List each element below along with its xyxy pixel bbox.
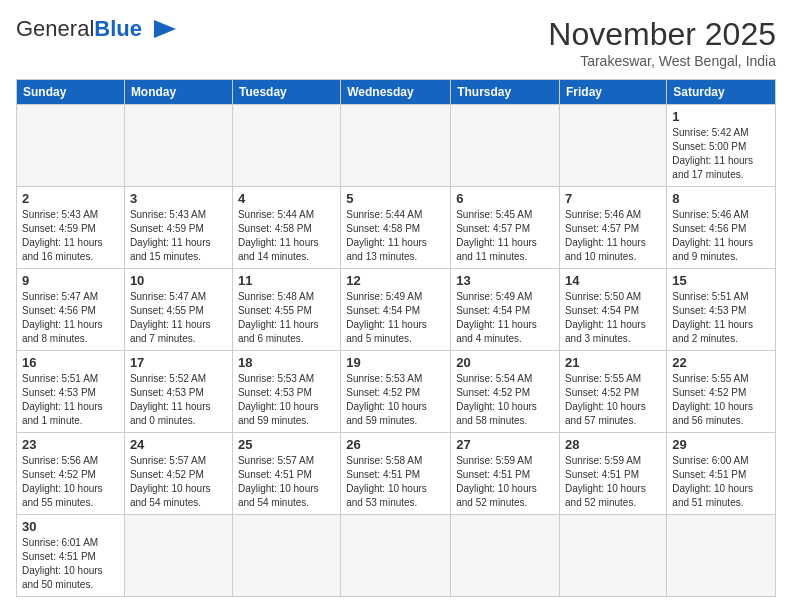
day-number: 13	[456, 273, 554, 288]
day-number: 12	[346, 273, 445, 288]
logo: General Blue	[16, 16, 178, 42]
day-info: Sunrise: 5:51 AM Sunset: 4:53 PM Dayligh…	[22, 372, 119, 428]
day-number: 27	[456, 437, 554, 452]
calendar-cell	[232, 105, 340, 187]
day-info: Sunrise: 5:46 AM Sunset: 4:56 PM Dayligh…	[672, 208, 770, 264]
day-number: 10	[130, 273, 227, 288]
day-header-friday: Friday	[560, 80, 667, 105]
day-header-monday: Monday	[124, 80, 232, 105]
logo-general-text: General	[16, 16, 94, 42]
day-number: 26	[346, 437, 445, 452]
calendar-header: SundayMondayTuesdayWednesdayThursdayFrid…	[17, 80, 776, 105]
day-number: 22	[672, 355, 770, 370]
day-info: Sunrise: 5:47 AM Sunset: 4:55 PM Dayligh…	[130, 290, 227, 346]
calendar-cell	[560, 105, 667, 187]
calendar-cell	[341, 105, 451, 187]
calendar-cell	[17, 105, 125, 187]
day-info: Sunrise: 5:49 AM Sunset: 4:54 PM Dayligh…	[346, 290, 445, 346]
logo-blue-text: Blue	[94, 16, 142, 42]
calendar-cell: 22Sunrise: 5:55 AM Sunset: 4:52 PM Dayli…	[667, 351, 776, 433]
calendar-cell: 20Sunrise: 5:54 AM Sunset: 4:52 PM Dayli…	[451, 351, 560, 433]
day-number: 25	[238, 437, 335, 452]
svg-marker-0	[154, 20, 176, 38]
day-header-saturday: Saturday	[667, 80, 776, 105]
calendar-cell: 24Sunrise: 5:57 AM Sunset: 4:52 PM Dayli…	[124, 433, 232, 515]
day-info: Sunrise: 5:54 AM Sunset: 4:52 PM Dayligh…	[456, 372, 554, 428]
day-number: 30	[22, 519, 119, 534]
day-header-sunday: Sunday	[17, 80, 125, 105]
calendar-cell: 6Sunrise: 5:45 AM Sunset: 4:57 PM Daylig…	[451, 187, 560, 269]
calendar-cell: 1Sunrise: 5:42 AM Sunset: 5:00 PM Daylig…	[667, 105, 776, 187]
day-info: Sunrise: 5:57 AM Sunset: 4:52 PM Dayligh…	[130, 454, 227, 510]
location-subtitle: Tarakeswar, West Bengal, India	[548, 53, 776, 69]
day-info: Sunrise: 5:53 AM Sunset: 4:52 PM Dayligh…	[346, 372, 445, 428]
calendar-cell	[560, 515, 667, 597]
calendar-cell: 30Sunrise: 6:01 AM Sunset: 4:51 PM Dayli…	[17, 515, 125, 597]
day-number: 18	[238, 355, 335, 370]
day-number: 19	[346, 355, 445, 370]
day-info: Sunrise: 5:48 AM Sunset: 4:55 PM Dayligh…	[238, 290, 335, 346]
calendar-cell: 5Sunrise: 5:44 AM Sunset: 4:58 PM Daylig…	[341, 187, 451, 269]
calendar-cell: 19Sunrise: 5:53 AM Sunset: 4:52 PM Dayli…	[341, 351, 451, 433]
day-info: Sunrise: 5:44 AM Sunset: 4:58 PM Dayligh…	[346, 208, 445, 264]
day-info: Sunrise: 5:52 AM Sunset: 4:53 PM Dayligh…	[130, 372, 227, 428]
day-number: 24	[130, 437, 227, 452]
day-info: Sunrise: 5:55 AM Sunset: 4:52 PM Dayligh…	[672, 372, 770, 428]
calendar-cell: 12Sunrise: 5:49 AM Sunset: 4:54 PM Dayli…	[341, 269, 451, 351]
day-number: 29	[672, 437, 770, 452]
calendar-cell	[341, 515, 451, 597]
day-info: Sunrise: 5:44 AM Sunset: 4:58 PM Dayligh…	[238, 208, 335, 264]
day-header-tuesday: Tuesday	[232, 80, 340, 105]
week-row-4: 23Sunrise: 5:56 AM Sunset: 4:52 PM Dayli…	[17, 433, 776, 515]
day-info: Sunrise: 5:58 AM Sunset: 4:51 PM Dayligh…	[346, 454, 445, 510]
calendar-body: 1Sunrise: 5:42 AM Sunset: 5:00 PM Daylig…	[17, 105, 776, 597]
calendar-cell: 29Sunrise: 6:00 AM Sunset: 4:51 PM Dayli…	[667, 433, 776, 515]
calendar-cell	[667, 515, 776, 597]
calendar-cell: 21Sunrise: 5:55 AM Sunset: 4:52 PM Dayli…	[560, 351, 667, 433]
day-number: 7	[565, 191, 661, 206]
day-info: Sunrise: 5:50 AM Sunset: 4:54 PM Dayligh…	[565, 290, 661, 346]
calendar-cell: 9Sunrise: 5:47 AM Sunset: 4:56 PM Daylig…	[17, 269, 125, 351]
week-row-2: 9Sunrise: 5:47 AM Sunset: 4:56 PM Daylig…	[17, 269, 776, 351]
calendar-cell: 2Sunrise: 5:43 AM Sunset: 4:59 PM Daylig…	[17, 187, 125, 269]
calendar-cell: 25Sunrise: 5:57 AM Sunset: 4:51 PM Dayli…	[232, 433, 340, 515]
calendar-cell: 16Sunrise: 5:51 AM Sunset: 4:53 PM Dayli…	[17, 351, 125, 433]
day-number: 21	[565, 355, 661, 370]
day-number: 20	[456, 355, 554, 370]
day-number: 28	[565, 437, 661, 452]
calendar-cell: 4Sunrise: 5:44 AM Sunset: 4:58 PM Daylig…	[232, 187, 340, 269]
day-info: Sunrise: 5:59 AM Sunset: 4:51 PM Dayligh…	[456, 454, 554, 510]
calendar-cell: 26Sunrise: 5:58 AM Sunset: 4:51 PM Dayli…	[341, 433, 451, 515]
month-title: November 2025	[548, 16, 776, 53]
day-info: Sunrise: 5:56 AM Sunset: 4:52 PM Dayligh…	[22, 454, 119, 510]
day-info: Sunrise: 5:42 AM Sunset: 5:00 PM Dayligh…	[672, 126, 770, 182]
calendar-cell: 8Sunrise: 5:46 AM Sunset: 4:56 PM Daylig…	[667, 187, 776, 269]
day-info: Sunrise: 5:59 AM Sunset: 4:51 PM Dayligh…	[565, 454, 661, 510]
day-info: Sunrise: 5:49 AM Sunset: 4:54 PM Dayligh…	[456, 290, 554, 346]
day-info: Sunrise: 5:46 AM Sunset: 4:57 PM Dayligh…	[565, 208, 661, 264]
days-of-week-row: SundayMondayTuesdayWednesdayThursdayFrid…	[17, 80, 776, 105]
day-info: Sunrise: 5:57 AM Sunset: 4:51 PM Dayligh…	[238, 454, 335, 510]
calendar-cell: 18Sunrise: 5:53 AM Sunset: 4:53 PM Dayli…	[232, 351, 340, 433]
day-info: Sunrise: 6:01 AM Sunset: 4:51 PM Dayligh…	[22, 536, 119, 592]
calendar-cell: 15Sunrise: 5:51 AM Sunset: 4:53 PM Dayli…	[667, 269, 776, 351]
day-number: 11	[238, 273, 335, 288]
day-number: 2	[22, 191, 119, 206]
calendar-cell	[451, 105, 560, 187]
day-info: Sunrise: 5:43 AM Sunset: 4:59 PM Dayligh…	[130, 208, 227, 264]
day-number: 6	[456, 191, 554, 206]
day-info: Sunrise: 5:43 AM Sunset: 4:59 PM Dayligh…	[22, 208, 119, 264]
day-number: 5	[346, 191, 445, 206]
day-info: Sunrise: 5:55 AM Sunset: 4:52 PM Dayligh…	[565, 372, 661, 428]
day-number: 15	[672, 273, 770, 288]
calendar-cell: 3Sunrise: 5:43 AM Sunset: 4:59 PM Daylig…	[124, 187, 232, 269]
calendar-cell: 14Sunrise: 5:50 AM Sunset: 4:54 PM Dayli…	[560, 269, 667, 351]
week-row-5: 30Sunrise: 6:01 AM Sunset: 4:51 PM Dayli…	[17, 515, 776, 597]
day-info: Sunrise: 5:47 AM Sunset: 4:56 PM Dayligh…	[22, 290, 119, 346]
calendar: SundayMondayTuesdayWednesdayThursdayFrid…	[16, 79, 776, 597]
title-area: November 2025 Tarakeswar, West Bengal, I…	[548, 16, 776, 69]
calendar-cell: 28Sunrise: 5:59 AM Sunset: 4:51 PM Dayli…	[560, 433, 667, 515]
calendar-cell: 17Sunrise: 5:52 AM Sunset: 4:53 PM Dayli…	[124, 351, 232, 433]
day-info: Sunrise: 5:51 AM Sunset: 4:53 PM Dayligh…	[672, 290, 770, 346]
day-number: 4	[238, 191, 335, 206]
